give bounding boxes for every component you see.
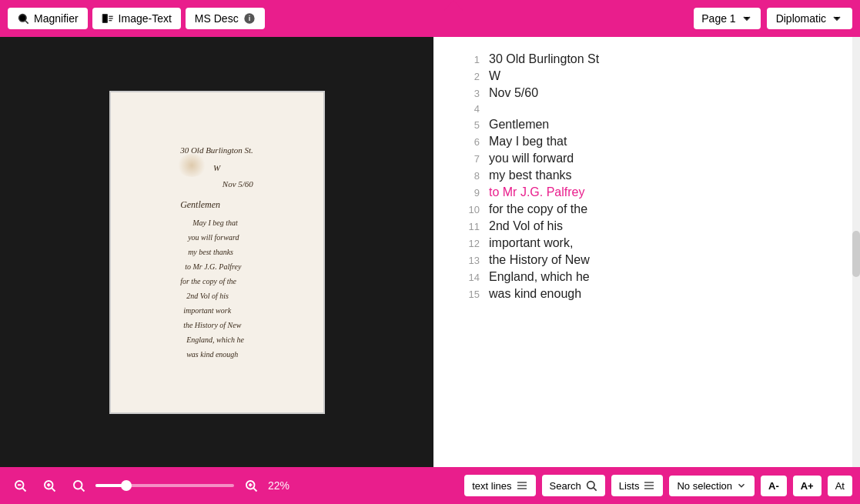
line-number: 5 (457, 119, 480, 131)
line-number: 15 (457, 289, 480, 300)
line-number: 10 (457, 204, 480, 215)
line-text: 30 Old Burlington St (489, 52, 599, 66)
bottom-toolbar: 22% text lines Search Lists (0, 467, 860, 504)
top-toolbar: Magnifier Image-Text MS Desc i Page 1 Di… (0, 0, 860, 37)
svg-text:i: i (248, 15, 250, 22)
line-number: 12 (457, 238, 480, 249)
text-lines-icon (516, 479, 528, 492)
transcript-line: 7you will forward (457, 152, 837, 165)
transcript-line: 2W (457, 69, 837, 83)
zoom-fit-button[interactable] (66, 473, 91, 498)
svg-point-15 (74, 481, 82, 489)
manuscript-line-2: W (180, 160, 253, 176)
manuscript-line-9: for the copy of the (180, 274, 253, 289)
zoom-in-small-button[interactable] (239, 473, 263, 498)
manuscript-line-7: my best thanks (188, 245, 253, 259)
page-chevron-down-icon (741, 12, 753, 25)
transcript-line: 15was kind enough (457, 287, 837, 301)
transcript-line: 14England, which he (457, 270, 837, 284)
no-selection-chevron-icon (736, 480, 747, 491)
search-label: Search (550, 480, 581, 492)
manuscript-line-14: was kind enough (186, 347, 253, 362)
svg-line-1 (25, 21, 28, 24)
at-button[interactable]: At (828, 476, 852, 496)
search-icon (585, 479, 597, 492)
manuscript-line-5: May I beg that (192, 215, 253, 230)
line-text: important work, (489, 236, 573, 250)
font-increase-button[interactable]: A+ (793, 476, 822, 496)
diplomatic-chevron-down-icon (831, 12, 843, 25)
line-number: 14 (457, 272, 480, 283)
zoom-in-button[interactable] (37, 473, 62, 498)
zoom-slider[interactable] (95, 484, 234, 487)
transcript-line: 6May I beg that (457, 135, 837, 149)
text-lines-button[interactable]: text lines (464, 475, 535, 496)
magnifier-label: Magnifier (34, 12, 79, 25)
manuscript-line-3: Nov 5/60 (180, 176, 253, 192)
line-text: was kind enough (489, 287, 581, 301)
diplomatic-button[interactable]: Diplomatic (767, 8, 852, 29)
lists-label: Lists (619, 480, 640, 492)
transcript-scrollbar-thumb (852, 231, 860, 277)
line-number: 1 (457, 54, 480, 65)
main-content: 30 Old Burlington St. W Nov 5/60 Gentlem… (0, 37, 860, 467)
page-select-button[interactable]: Page 1 (694, 8, 760, 29)
toolbar-right: Page 1 Diplomatic (694, 8, 852, 29)
transcript-line: 3Nov 5/60 (457, 86, 837, 100)
transcript-line: 10for the copy of the (457, 202, 837, 216)
ms-desc-button[interactable]: MS Desc i (186, 8, 265, 29)
svg-line-16 (81, 488, 84, 491)
font-decrease-button[interactable]: A- (761, 476, 787, 496)
transcript-line: 112nd Vol of his (457, 219, 837, 233)
zoom-fit-icon (72, 479, 85, 492)
manuscript-line-13: England, which he (186, 332, 253, 347)
line-text: you will forward (489, 152, 574, 165)
line-number: 2 (457, 71, 480, 82)
line-number: 13 (457, 255, 480, 266)
line-text: the History of New (489, 253, 590, 267)
lists-button[interactable]: Lists (611, 475, 664, 496)
manuscript-line-4: Gentlemen (180, 196, 253, 214)
line-text: to Mr J.G. Palfrey (489, 185, 584, 199)
line-text: Nov 5/60 (489, 86, 538, 100)
svg-line-18 (253, 488, 256, 491)
page-label: Page 1 (701, 12, 735, 25)
image-text-icon (102, 12, 114, 25)
magnifier-button[interactable]: Magnifier (8, 8, 88, 29)
manuscript-image: 30 Old Burlington St. W Nov 5/60 Gentlem… (109, 91, 325, 414)
info-icon: i (243, 12, 256, 25)
zoom-out-button[interactable] (8, 473, 32, 498)
line-text: Gentlemen (489, 118, 549, 132)
svg-line-12 (52, 488, 55, 491)
bottom-right-tools: text lines Search Lists No selectio (464, 475, 852, 496)
transcript-line: 9to Mr J.G. Palfrey (457, 185, 837, 199)
transcript-line: 4 (457, 103, 837, 115)
zoom-out-icon (13, 479, 27, 492)
ms-desc-label: MS Desc (195, 12, 239, 25)
search-button[interactable]: Search (542, 475, 605, 496)
image-panel: 30 Old Burlington St. W Nov 5/60 Gentlem… (0, 37, 433, 467)
image-text-button[interactable]: Image-Text (92, 8, 181, 29)
manuscript-line-10: 2nd Vol of his (186, 289, 253, 303)
text-lines-label: text lines (472, 480, 511, 492)
line-number: 7 (457, 153, 480, 165)
zoom-in-icon (42, 479, 56, 492)
at-label: At (835, 480, 845, 492)
font-increase-label: A+ (801, 480, 814, 492)
line-number: 8 (457, 170, 480, 182)
line-text: 2nd Vol of his (489, 219, 563, 233)
font-decrease-label: A- (768, 480, 779, 492)
svg-rect-2 (102, 15, 107, 23)
transcript-line: 13the History of New (457, 253, 837, 267)
no-selection-label: No selection (677, 480, 732, 492)
line-text: for the copy of the (489, 202, 587, 216)
image-text-label: Image-Text (119, 12, 172, 25)
no-selection-button[interactable]: No selection (669, 476, 755, 496)
transcript-scrollbar[interactable] (852, 37, 860, 467)
transcript-lines: 130 Old Burlington St2W3Nov 5/6045Gentle… (457, 52, 837, 301)
svg-line-9 (22, 488, 25, 491)
zoom-slider-container (95, 473, 263, 498)
manuscript-line-1: 30 Old Burlington St. (180, 142, 253, 159)
transcript-panel: 130 Old Burlington St2W3Nov 5/6045Gentle… (433, 37, 860, 467)
line-text: W (489, 69, 500, 83)
